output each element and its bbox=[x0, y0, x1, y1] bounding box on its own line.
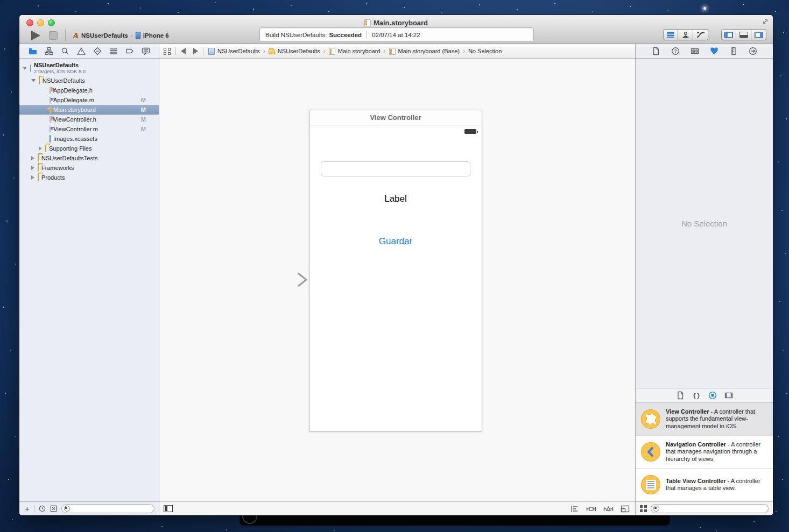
text-field[interactable] bbox=[321, 161, 470, 176]
document-proxy-icon[interactable] bbox=[364, 19, 371, 26]
assistant-editor-button[interactable] bbox=[678, 29, 693, 40]
test-navigator-icon[interactable] bbox=[93, 47, 102, 55]
breadcrumb-storyboard[interactable]: Main.storyboard bbox=[329, 48, 381, 55]
iphone-device-icon bbox=[136, 32, 140, 39]
search-navigator-icon[interactable] bbox=[61, 47, 69, 55]
disclosure-triangle[interactable] bbox=[23, 67, 27, 70]
tree-item-appdelegate-m[interactable]: AppDelegate.m M bbox=[19, 95, 159, 105]
scheme-destination[interactable]: iPhone 6 bbox=[143, 32, 169, 39]
tree-item-viewcontroller-h[interactable]: ViewController.h M bbox=[19, 115, 159, 124]
stop-button[interactable] bbox=[49, 31, 58, 40]
back-button[interactable] bbox=[181, 48, 186, 54]
disclosure-triangle[interactable] bbox=[31, 156, 34, 160]
breadcrumb-selection[interactable]: No Selection bbox=[468, 48, 502, 54]
disclosure-triangle[interactable] bbox=[39, 146, 42, 151]
object-library-icon[interactable] bbox=[708, 391, 717, 400]
folder-icon bbox=[45, 145, 46, 152]
scheme-selector[interactable]: A NSUserDefaults › iPhone 6 bbox=[73, 31, 169, 40]
scheme-name[interactable]: NSUserDefaults bbox=[81, 32, 128, 39]
issue-navigator-icon[interactable] bbox=[77, 47, 86, 55]
tree-item-viewcontroller-m[interactable]: ViewController.m M bbox=[19, 124, 159, 134]
window-chrome: Main.storyboard A NSUserDefaults › iPhon… bbox=[19, 15, 773, 44]
library-filter-input[interactable] bbox=[659, 505, 768, 512]
standard-editor-icon bbox=[667, 32, 674, 38]
tree-item-main-storyboard[interactable]: Main.storyboard M bbox=[19, 105, 159, 115]
forward-button[interactable] bbox=[193, 48, 198, 54]
library-item-table-view-controller[interactable]: Table View Controller - A controller tha… bbox=[636, 469, 773, 501]
add-button[interactable]: + bbox=[25, 505, 30, 513]
status-bar-battery-icon bbox=[464, 129, 476, 134]
library-item-navigation-controller[interactable]: Navigation Controller - A controller tha… bbox=[636, 436, 773, 469]
related-items-icon[interactable] bbox=[164, 48, 171, 55]
disclosure-triangle[interactable] bbox=[31, 166, 34, 170]
run-button[interactable] bbox=[31, 31, 40, 40]
quick-help-inspector-icon[interactable]: ? bbox=[671, 47, 680, 55]
tree-item-frameworks[interactable]: Frameworks bbox=[19, 163, 159, 173]
xcode-project-icon: A bbox=[73, 31, 79, 40]
scene-header[interactable]: View Controller bbox=[309, 110, 482, 125]
navigator-toggle-button[interactable] bbox=[721, 29, 736, 40]
scene-title: View Controller bbox=[370, 114, 421, 122]
view-controller-scene[interactable]: View Controller Label Guardar bbox=[309, 110, 482, 431]
identity-inspector-icon[interactable] bbox=[691, 47, 699, 55]
storyboard-canvas[interactable]: View Controller Label Guardar bbox=[159, 59, 635, 501]
auto-layout-buttons bbox=[570, 505, 630, 513]
guardar-button[interactable]: Guardar bbox=[309, 236, 482, 247]
fullscreen-icon[interactable] bbox=[762, 18, 769, 25]
navigator-filter-bar: + bbox=[19, 501, 159, 515]
project-navigator-icon[interactable] bbox=[29, 47, 37, 55]
file-template-library-icon[interactable] bbox=[676, 391, 685, 400]
code-snippet-library-icon[interactable]: { } bbox=[692, 391, 701, 400]
pin-button[interactable] bbox=[586, 505, 596, 513]
resolve-auto-layout-button[interactable] bbox=[603, 505, 614, 513]
project-file-icon bbox=[208, 48, 215, 55]
symbol-navigator-icon[interactable] bbox=[45, 47, 53, 55]
tree-item-tests-group[interactable]: NSUserDefaultsTests bbox=[19, 153, 159, 163]
tree-item-label: Products bbox=[41, 174, 65, 181]
size-inspector-icon[interactable] bbox=[729, 47, 738, 55]
report-navigator-icon[interactable] bbox=[142, 47, 150, 55]
breadcrumb-separator-icon bbox=[263, 47, 265, 55]
tree-item-products[interactable]: Products bbox=[19, 173, 159, 182]
source-control-status-icon[interactable] bbox=[50, 505, 57, 512]
utilities-toggle-button[interactable] bbox=[751, 29, 766, 40]
modified-badge: M bbox=[141, 97, 146, 103]
connections-inspector-icon[interactable] bbox=[749, 47, 757, 55]
library-item-view-controller[interactable]: View Controller - A controller that supp… bbox=[636, 403, 773, 436]
attributes-inspector-icon[interactable] bbox=[710, 47, 718, 55]
standard-editor-button[interactable] bbox=[663, 29, 678, 40]
align-button[interactable] bbox=[570, 505, 579, 513]
document-outline-toggle[interactable] bbox=[164, 505, 173, 512]
media-library-icon[interactable] bbox=[724, 391, 733, 400]
ui-label[interactable]: Label bbox=[309, 194, 482, 204]
debug-area-toggle-button[interactable] bbox=[736, 29, 751, 40]
tree-item-supporting-files[interactable]: Supporting Files bbox=[19, 144, 159, 153]
tree-item-project[interactable]: NSUserDefaults 2 targets, iOS SDK 8.0 bbox=[19, 60, 159, 76]
tree-item-appdelegate-h[interactable]: AppDelegate.h bbox=[19, 86, 159, 95]
disclosure-triangle[interactable] bbox=[31, 175, 34, 180]
resizing-behavior-button[interactable] bbox=[621, 505, 630, 513]
breadcrumb-project[interactable]: NSUserDefaults bbox=[208, 48, 260, 55]
library-item-title: Navigation Controller bbox=[666, 441, 726, 448]
utilities-panel: ? No Selection bbox=[635, 44, 773, 515]
svg-text:?: ? bbox=[674, 48, 677, 54]
breadcrumb-group[interactable]: NSUserDefaults bbox=[269, 48, 320, 54]
library-filter-field[interactable] bbox=[651, 504, 769, 513]
breadcrumb-label: Main.storyboard bbox=[338, 48, 381, 54]
navigator-filter-field[interactable] bbox=[61, 504, 154, 513]
navigator-filter-input[interactable] bbox=[70, 505, 154, 512]
tree-item-group[interactable]: NSUserDefaults bbox=[19, 76, 159, 86]
breadcrumb-storyboard-base[interactable]: Main.storyboard (Base) bbox=[389, 48, 460, 55]
debug-navigator-icon[interactable] bbox=[109, 47, 118, 55]
toolbar-right bbox=[663, 29, 766, 40]
file-inspector-icon[interactable] bbox=[652, 47, 660, 55]
library-grid-view-icon[interactable] bbox=[640, 505, 647, 512]
build-status-prefix: Build NSUserDefaults: bbox=[265, 32, 327, 38]
initial-view-controller-arrow[interactable] bbox=[256, 272, 311, 288]
disclosure-triangle[interactable] bbox=[31, 79, 36, 82]
version-editor-button[interactable] bbox=[693, 29, 708, 40]
breakpoint-navigator-icon[interactable] bbox=[125, 47, 134, 55]
recent-files-icon[interactable] bbox=[39, 505, 46, 512]
scene-view[interactable]: Label Guardar bbox=[309, 125, 482, 431]
tree-item-images-xcassets[interactable]: Images.xcassets bbox=[19, 134, 159, 144]
